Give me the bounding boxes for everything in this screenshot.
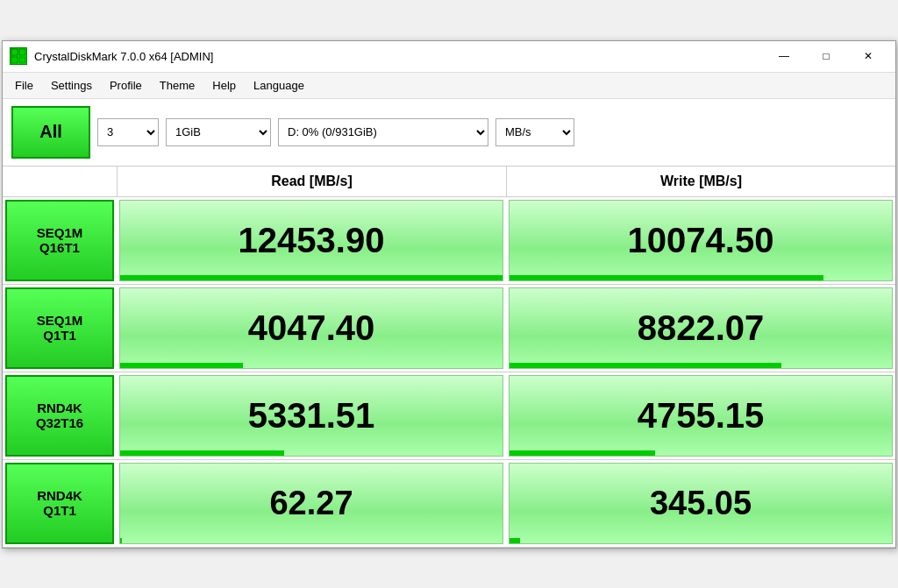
row-label-line2: Q1T1 xyxy=(43,328,76,343)
row-label-line1: SEQ1M xyxy=(37,313,83,328)
row-write-value-1: 8822.07 xyxy=(509,287,893,369)
menu-bar: FileSettingsProfileThemeHelpLanguage xyxy=(3,73,895,99)
row-write-value-2: 4755.15 xyxy=(509,375,893,457)
row-read-value-0: 12453.90 xyxy=(119,200,503,281)
svg-rect-1 xyxy=(19,49,25,55)
menu-item-settings[interactable]: Settings xyxy=(42,75,101,96)
table-row: RND4K Q1T1 62.27 345.05 xyxy=(3,460,895,548)
table-row: SEQ1M Q1T1 4047.40 8822.07 xyxy=(3,285,895,372)
menu-item-file[interactable]: File xyxy=(6,75,42,96)
all-button[interactable]: All xyxy=(11,106,90,159)
read-header: Read [MB/s] xyxy=(117,166,506,196)
close-button[interactable]: ✕ xyxy=(848,44,888,68)
title-bar: CrystalDiskMark 7.0.0 x64 [ADMIN] — □ ✕ xyxy=(3,41,895,73)
count-select[interactable]: 3 1 5 xyxy=(97,118,159,146)
row-label-line1: SEQ1M xyxy=(37,225,83,240)
window-controls: — □ ✕ xyxy=(764,44,888,68)
app-icon xyxy=(10,47,27,65)
row-label-2: RND4K Q32T16 xyxy=(5,375,114,457)
column-headers: Read [MB/s] Write [MB/s] xyxy=(3,166,895,197)
unit-select[interactable]: MB/s GB/s xyxy=(495,118,574,146)
svg-rect-2 xyxy=(11,57,18,63)
row-write-value-3: 345.05 xyxy=(509,463,893,544)
row-label-line2: Q16T1 xyxy=(39,240,80,255)
title-bar-left: CrystalDiskMark 7.0.0 x64 [ADMIN] xyxy=(10,47,213,65)
drive-select[interactable]: D: 0% (0/931GiB) xyxy=(278,118,488,146)
row-read-value-2: 5331.51 xyxy=(119,375,503,457)
minimize-button[interactable]: — xyxy=(764,44,804,68)
table-row: RND4K Q32T16 5331.51 4755.15 xyxy=(3,372,895,460)
window-title: CrystalDiskMark 7.0.0 x64 [ADMIN] xyxy=(34,50,213,63)
empty-header xyxy=(3,166,117,196)
row-label-0: SEQ1M Q16T1 xyxy=(5,200,114,281)
row-label-1: SEQ1M Q1T1 xyxy=(5,287,114,369)
menu-item-help[interactable]: Help xyxy=(203,75,245,96)
table-row: SEQ1M Q16T1 12453.90 10074.50 xyxy=(3,197,895,285)
toolbar: All 3 1 5 1GiB 512MiB 2GiB D: 0% (0/931G… xyxy=(3,99,895,166)
menu-item-profile[interactable]: Profile xyxy=(101,75,151,96)
row-label-line1: RND4K xyxy=(37,488,82,503)
svg-rect-3 xyxy=(19,57,25,63)
menu-item-language[interactable]: Language xyxy=(245,75,313,96)
write-header: Write [MB/s] xyxy=(506,166,895,196)
maximize-button[interactable]: □ xyxy=(806,44,846,68)
row-label-line2: Q32T16 xyxy=(36,415,83,430)
row-read-value-3: 62.27 xyxy=(119,463,503,544)
menu-item-theme[interactable]: Theme xyxy=(151,75,203,96)
svg-rect-0 xyxy=(11,49,18,55)
data-rows: SEQ1M Q16T1 12453.90 10074.50 SEQ1M Q1T1… xyxy=(3,197,895,548)
row-read-value-1: 4047.40 xyxy=(119,287,503,369)
size-select[interactable]: 1GiB 512MiB 2GiB xyxy=(166,118,271,146)
app-window: CrystalDiskMark 7.0.0 x64 [ADMIN] — □ ✕ … xyxy=(2,40,896,549)
row-label-3: RND4K Q1T1 xyxy=(5,463,114,544)
row-label-line1: RND4K xyxy=(37,400,82,415)
row-label-line2: Q1T1 xyxy=(43,503,76,518)
row-write-value-0: 10074.50 xyxy=(509,200,893,281)
